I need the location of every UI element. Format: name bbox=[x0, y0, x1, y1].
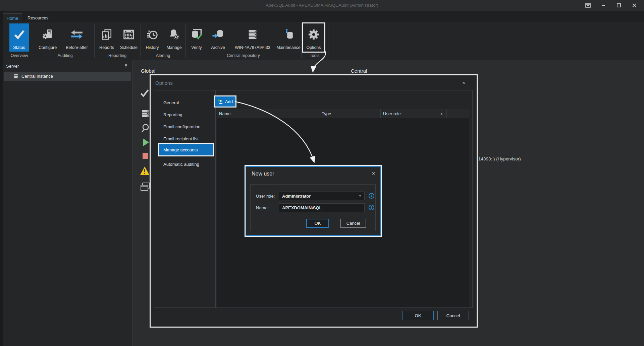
nav-item-general[interactable]: General bbox=[154, 98, 215, 107]
minimize-icon[interactable] bbox=[599, 2, 608, 8]
tree-item-central-instance[interactable]: Central instance bbox=[4, 72, 131, 81]
ribbon-button-label: Verify bbox=[191, 45, 202, 50]
ribbon-button-label: Status bbox=[13, 45, 25, 50]
add-button[interactable]: Add bbox=[215, 96, 235, 107]
window-title: ApexSQL Audit - APEXDOMAIN\SQL Audit (Ad… bbox=[0, 3, 644, 8]
title-bar: ApexSQL Audit - APEXDOMAIN\SQL Audit (Ad… bbox=[0, 0, 644, 11]
ribbon-button-reports[interactable]: Reports bbox=[96, 23, 117, 52]
ribbon-button-verify[interactable]: Verify bbox=[186, 23, 207, 52]
ribbon-group-central-repository: Central repository bbox=[185, 53, 301, 59]
name-input-value: APEXDOMAIN\SQL bbox=[282, 205, 322, 210]
ribbon-toggle-icon[interactable] bbox=[584, 2, 592, 8]
central-section-heading: Central bbox=[351, 68, 367, 74]
server-stack-icon bbox=[247, 23, 258, 45]
user-role-dropdown[interactable]: Administrator ▼ bbox=[279, 192, 365, 200]
ribbon-button-label: Maintenance bbox=[276, 45, 301, 50]
ribbon-button-label: Before-after bbox=[66, 45, 88, 50]
new-user-cancel-button[interactable]: Cancel bbox=[340, 219, 366, 228]
text-cursor bbox=[322, 205, 322, 210]
gear-icon bbox=[307, 23, 320, 45]
table-header-row: Name Type User role▲ bbox=[217, 109, 469, 118]
name-input[interactable]: APEXDOMAIN\SQL bbox=[279, 203, 365, 212]
window-left-edge bbox=[0, 11, 3, 346]
ribbon-button-label: Archive bbox=[211, 45, 225, 50]
check-icon bbox=[140, 88, 149, 99]
hypervisor-text: 14393: ) (Hypervisor) bbox=[478, 156, 521, 161]
new-user-dialog: New user × User role: Administrator ▼ i … bbox=[245, 165, 382, 237]
ribbon-button-label: Options bbox=[306, 45, 321, 50]
report-pages-icon bbox=[101, 23, 113, 45]
global-section-heading: Global bbox=[141, 68, 155, 74]
ribbon: Status Configure Before-after Reports bbox=[0, 22, 644, 60]
ribbon-group-auditing: Auditing bbox=[36, 53, 94, 59]
nav-item-manage-accounts[interactable]: Manage accounts bbox=[159, 144, 213, 155]
database-arrow-icon bbox=[212, 23, 224, 45]
column-label: Name bbox=[219, 111, 231, 116]
options-dialog-title: Options bbox=[155, 80, 173, 86]
user-role-info-icon[interactable]: i bbox=[369, 193, 374, 199]
nav-item-email-recipient-list[interactable]: Email recipient list bbox=[154, 135, 215, 143]
ribbon-button-archive[interactable]: Archive bbox=[207, 23, 229, 52]
database-check-icon bbox=[191, 23, 203, 45]
ribbon-button-label: History bbox=[146, 45, 159, 50]
column-header-name[interactable]: Name bbox=[217, 109, 319, 118]
close-icon[interactable] bbox=[630, 2, 639, 8]
options-ok-button[interactable]: OK bbox=[402, 311, 434, 320]
sort-ascending-icon: ▲ bbox=[440, 112, 443, 115]
ribbon-button-maintenance[interactable]: Maintenance bbox=[276, 23, 301, 52]
stop-square-icon bbox=[143, 153, 148, 159]
ribbon-button-configure[interactable]: Configure bbox=[36, 23, 60, 52]
options-close-icon[interactable]: × bbox=[462, 80, 465, 86]
ribbon-button-before-after[interactable]: Before-after bbox=[60, 23, 93, 52]
add-button-label: Add bbox=[225, 99, 233, 104]
column-header-type[interactable]: Type bbox=[319, 109, 381, 118]
new-user-close-icon[interactable]: × bbox=[372, 170, 375, 177]
swap-arrows-icon bbox=[69, 23, 84, 45]
ribbon-button-status[interactable]: Status bbox=[9, 23, 29, 52]
user-role-label: User role: bbox=[256, 194, 275, 199]
ribbon-button-label: WIN-4A797A9PI33 bbox=[235, 45, 270, 50]
tab-home[interactable]: Home bbox=[3, 13, 22, 22]
ribbon-button-manage[interactable]: Manage bbox=[163, 23, 185, 52]
search-icon bbox=[141, 123, 150, 135]
nav-item-automatic-auditing[interactable]: Automatic auditing bbox=[154, 160, 215, 168]
tab-resources[interactable]: Resources bbox=[25, 13, 51, 22]
name-info-icon[interactable]: i bbox=[369, 205, 374, 210]
ribbon-group-reporting: Reporting bbox=[94, 53, 141, 59]
column-label: User role bbox=[383, 111, 401, 116]
app-window: ApexSQL Audit - APEXDOMAIN\SQL Audit (Ad… bbox=[0, 0, 644, 346]
ribbon-tab-row: Home Resources bbox=[0, 11, 644, 22]
tab-home-label: Home bbox=[7, 16, 18, 21]
ribbon-button-options[interactable]: Options bbox=[303, 23, 324, 52]
server-icon bbox=[13, 74, 18, 79]
server-stack-icon bbox=[141, 109, 150, 119]
ribbon-group-tools: Tools bbox=[301, 53, 328, 59]
new-user-dialog-frame: New user × User role: Administrator ▼ i … bbox=[246, 166, 381, 236]
nav-item-reporting[interactable]: Reporting bbox=[154, 111, 215, 119]
ribbon-button-schedule[interactable]: Schedule bbox=[117, 23, 140, 52]
tree-item-label: Central instance bbox=[21, 74, 53, 79]
ribbon-button-history[interactable]: History bbox=[142, 23, 163, 52]
nav-separator bbox=[215, 90, 216, 307]
play-icon bbox=[142, 138, 150, 148]
name-label: Name: bbox=[256, 205, 269, 210]
nav-item-email-configuration[interactable]: Email configuration bbox=[154, 123, 215, 131]
maximize-icon[interactable] bbox=[614, 2, 623, 8]
ribbon-group-alerting: Alerting bbox=[141, 53, 185, 59]
chevron-down-icon: ▼ bbox=[359, 194, 362, 198]
options-cancel-button[interactable]: Cancel bbox=[437, 311, 469, 320]
ribbon-button-label: Reports bbox=[99, 45, 114, 50]
new-user-dialog-title: New user bbox=[252, 171, 274, 177]
server-panel-title: Server bbox=[6, 64, 19, 69]
ribbon-button-central-instance[interactable]: WIN-4A797A9PI33 bbox=[229, 23, 276, 52]
ribbon-button-label: Manage bbox=[166, 45, 181, 50]
bell-gear-icon bbox=[168, 23, 180, 45]
status-check-icon bbox=[13, 23, 25, 45]
new-user-ok-button[interactable]: OK bbox=[306, 219, 329, 228]
column-header-empty[interactable] bbox=[447, 109, 469, 118]
pin-icon[interactable] bbox=[124, 64, 128, 70]
group-separator bbox=[328, 23, 328, 58]
add-user-icon bbox=[217, 99, 223, 104]
ribbon-group-overview: Overview bbox=[3, 53, 36, 59]
column-header-user-role[interactable]: User role▲ bbox=[381, 109, 447, 118]
